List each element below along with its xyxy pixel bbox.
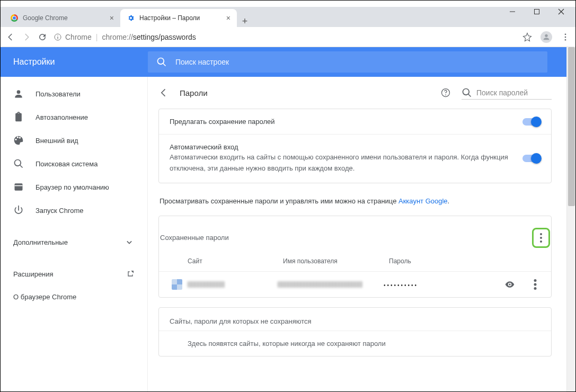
scrollbar-thumb[interactable] — [568, 47, 575, 206]
saved-passwords-heading: Сохраненные пароли — [160, 234, 229, 242]
svg-point-15 — [540, 240, 542, 243]
tab-label: Настройки – Пароли — [139, 14, 200, 22]
column-user: Имя пользователя — [283, 257, 389, 265]
passwords-search[interactable]: Поиск паролей — [462, 86, 552, 100]
more-vert-icon — [540, 233, 542, 243]
svg-point-2 — [57, 35, 58, 35]
settings-panel: Пароли Поиск паролей Предлагать сохранен… — [148, 77, 566, 391]
never-saved-heading: Сайты, пароли для которых не сохраняются — [170, 317, 312, 325]
star-icon[interactable] — [522, 32, 532, 42]
url-chip-label: Chrome — [65, 33, 92, 41]
sidebar-item-label: Поисковая система — [36, 160, 98, 168]
search-placeholder: Поиск настроек — [175, 58, 229, 66]
tab-label: Google Chrome — [23, 14, 68, 22]
manage-passwords-note: Просматривать сохраненные пароли и управ… — [158, 193, 552, 216]
search-icon — [462, 87, 472, 98]
svg-point-4 — [545, 34, 547, 37]
help-icon[interactable] — [440, 87, 451, 98]
auto-signin-title: Автоматический вход — [170, 143, 515, 151]
search-icon — [13, 158, 24, 169]
password-masked: •••••••••• — [384, 282, 418, 288]
settings-header: Настройки Поиск настроек — [1, 47, 566, 77]
offer-save-toggle[interactable] — [522, 118, 540, 126]
svg-point-6 — [565, 36, 566, 38]
sidebar-item-label: О браузере Chrome — [13, 293, 76, 301]
chevron-down-icon — [124, 237, 135, 247]
window-maximize-button[interactable] — [525, 4, 549, 20]
site-favicon — [172, 279, 182, 290]
external-link-icon — [126, 270, 135, 278]
gear-icon — [127, 14, 135, 22]
never-saved-empty-text: Здесь появятся сайты, которые никогда не… — [159, 331, 551, 356]
offer-save-label: Предлагать сохранение паролей — [170, 118, 515, 126]
url-scheme: chrome:// — [102, 33, 132, 41]
back-arrow-icon[interactable] — [158, 87, 169, 98]
url-path: settings/passwords — [133, 33, 196, 41]
svg-point-5 — [565, 33, 566, 35]
sidebar-item-label: Запуск Chrome — [36, 207, 84, 215]
forward-icon — [22, 32, 31, 42]
profile-avatar[interactable] — [540, 31, 552, 43]
sidebar-item-label: Дополнительные — [13, 238, 68, 246]
google-account-link[interactable]: Аккаунт Google — [398, 197, 448, 205]
auto-signin-toggle[interactable] — [522, 155, 540, 162]
search-icon — [156, 57, 167, 67]
page-title: Пароли — [180, 88, 208, 97]
sidebar-item-default-browser[interactable]: Браузер по умолчанию — [1, 175, 147, 199]
svg-point-12 — [445, 94, 446, 95]
sidebar-item-autofill[interactable]: Автозаполнение — [1, 105, 147, 129]
saved-passwords-menu-button[interactable] — [532, 228, 550, 248]
back-icon[interactable] — [6, 32, 15, 42]
info-icon — [54, 33, 62, 41]
omnibox[interactable]: Chrome | chrome://settings/passwords — [54, 33, 516, 41]
power-icon — [13, 205, 24, 216]
browser-tab-settings[interactable]: Настройки – Пароли × — [120, 9, 237, 27]
sidebar-item-label: Пользователи — [36, 90, 81, 98]
person-icon — [13, 88, 24, 99]
page-scrollbar[interactable] — [566, 47, 575, 391]
svg-point-13 — [540, 233, 542, 235]
new-tab-button[interactable]: + — [237, 16, 253, 27]
password-row[interactable]: •••••••••• — [159, 271, 551, 297]
svg-point-7 — [565, 39, 566, 40]
settings-search[interactable]: Поиск настроек — [148, 51, 547, 73]
close-icon[interactable]: × — [226, 14, 231, 22]
sidebar: Пользователи Автозаполнение Внешний вид … — [1, 77, 148, 391]
browser-menu-icon[interactable] — [561, 32, 570, 42]
sidebar-item-label: Браузер по умолчанию — [36, 183, 109, 191]
browser-icon — [13, 182, 24, 192]
svg-point-14 — [540, 237, 542, 239]
close-icon[interactable]: × — [110, 14, 114, 22]
reload-icon[interactable] — [38, 32, 47, 42]
sidebar-advanced-toggle[interactable]: Дополнительные — [1, 229, 147, 255]
chrome-icon — [10, 14, 19, 22]
svg-point-18 — [534, 287, 537, 290]
address-bar: Chrome | chrome://settings/passwords — [1, 27, 575, 47]
settings-title: Настройки — [1, 57, 148, 67]
svg-rect-3 — [57, 37, 58, 39]
eye-icon[interactable] — [504, 279, 515, 290]
window-minimize-button[interactable] — [500, 4, 525, 20]
sidebar-item-label: Внешний вид — [36, 137, 78, 145]
palette-icon — [13, 135, 24, 146]
tab-strip: Google Chrome × Настройки – Пароли × + — [1, 7, 575, 27]
sidebar-extensions[interactable]: Расширения — [1, 262, 147, 286]
svg-point-8 — [17, 90, 21, 94]
sidebar-about-chrome[interactable]: О браузере Chrome — [1, 286, 147, 308]
site-name-obscured — [188, 281, 225, 288]
sidebar-item-on-startup[interactable]: Запуск Chrome — [1, 199, 147, 222]
column-password: Пароль — [389, 257, 540, 265]
sidebar-item-people[interactable]: Пользователи — [1, 82, 147, 105]
svg-rect-0 — [535, 10, 539, 14]
sidebar-item-search-engine[interactable]: Поисковая система — [1, 152, 147, 175]
sidebar-item-label: Расширения — [13, 270, 54, 278]
svg-point-17 — [534, 283, 537, 286]
browser-tab-chrome[interactable]: Google Chrome × — [4, 9, 120, 27]
sidebar-item-appearance[interactable]: Внешний вид — [1, 129, 147, 152]
svg-point-16 — [534, 279, 537, 282]
auto-signin-description: Автоматически входить на сайты с помощью… — [170, 152, 515, 174]
passwords-table-header: Сайт Имя пользователя Пароль — [159, 251, 551, 271]
window-close-button[interactable] — [549, 4, 573, 20]
more-vert-icon[interactable] — [530, 279, 540, 290]
clipboard-icon — [13, 112, 24, 122]
